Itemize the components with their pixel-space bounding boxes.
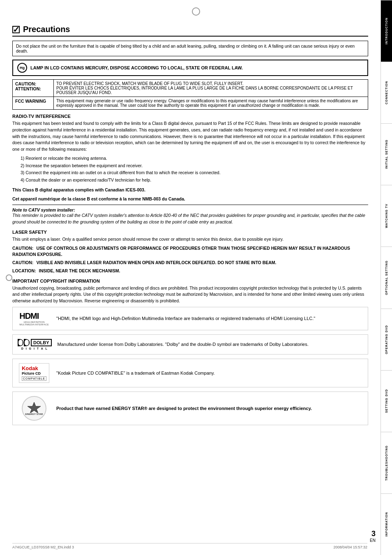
copyright-body: Unauthorized copying, broadcasting, publ… — [12, 285, 368, 304]
sidebar-section-troubleshooting[interactable]: TROUBLESHOOTING — [381, 432, 392, 493]
trademark-energystar-box: ENERGY STAR Product that have earned ENE… — [12, 391, 368, 425]
table-row: CAUTION: ATTENTION: TO PREVENT ELECTRIC … — [13, 80, 368, 97]
catv-body: This reminder is provided to call the CA… — [12, 212, 368, 226]
list-item-2: 2) Increase the separation between the e… — [12, 163, 368, 169]
copyright-heading: IMPORTANT COPYRIGHT INFORMATION — [12, 279, 368, 283]
laser-location: LOCATION: INSIDE, NEAR THE DECK MECHANIS… — [12, 268, 368, 274]
page-container: INTRODUCTION CONNECTION INITIAL SETTING … — [0, 0, 392, 555]
sidebar-section-watching-tv[interactable]: WATCHING TV — [381, 185, 392, 246]
list-item-1: 1) Reorient or relocate the receiving an… — [12, 155, 368, 162]
caution-label-1: CAUTION: ATTENTION: — [13, 80, 54, 97]
laser-caution1-text: USE OF CONTROLS OR ADJUSTMENTS OR PERFOR… — [12, 246, 350, 257]
page-footer: A74GCUE_LD370SS8 M2_EN.indd 3 2008/04/04… — [12, 543, 367, 549]
energystar-logo: ENERGY STAR — [18, 396, 51, 421]
dolby-box-label: DOLBY — [31, 339, 52, 346]
main-content: ✓ Precautions Do not place the unit on t… — [0, 0, 380, 555]
hdmi-logo: HDMI HIGH-DEFINITIONMULTIMEDIA INTERFACE — [18, 311, 51, 326]
laser-caution1: CAUTION: USE OF CONTROLS OR ADJUSTMENTS … — [12, 245, 368, 258]
title-text: Precautions — [23, 25, 70, 34]
laser-caution2: CAUTION: VISIBLE AND INVISIBLE LASER RAD… — [12, 260, 368, 266]
dolby-logo: DOLBY D I G I T A L — [18, 339, 52, 350]
svg-rect-2 — [24, 339, 25, 346]
laser-location-text: INSIDE, NEAR THE DECK MECHANISM. — [39, 268, 120, 273]
svg-marker-4 — [28, 402, 41, 413]
dolby-dd-icon — [18, 339, 23, 346]
caution-table: CAUTION: ATTENTION: TO PREVENT ELECTRIC … — [12, 79, 368, 110]
hdmi-tagline: HIGH-DEFINITIONMULTIMEDIA INTERFACE — [19, 321, 49, 326]
checkbox-icon: ✓ — [12, 26, 20, 33]
laser-caution2-text: VISIBLE AND INVISIBLE LASER RADIATION WH… — [36, 260, 276, 265]
energystar-circle: ENERGY STAR — [22, 396, 46, 421]
list-item-4: 4) Consult the dealer or an experienced … — [12, 177, 368, 184]
caution-text-1: TO PREVENT ELECTRIC SHOCK, MATCH WIDE BL… — [54, 80, 368, 97]
svg-rect-3 — [25, 340, 29, 345]
kodak-picturecd: Picture CD — [22, 371, 46, 375]
hdmi-logo-text: HDMI — [19, 311, 49, 321]
left-binding — [6, 274, 12, 281]
energystar-trademark-text: Product that have earned ENERGY STAR® ar… — [56, 405, 312, 412]
caution-label-2: FCC WARNING — [13, 97, 54, 110]
laser-body: This unit employs a laser. Only a qualif… — [12, 236, 368, 243]
class-b-line1: This Class B digital apparatus complies … — [12, 187, 368, 193]
kodak-trademark-text: "Kodak Picture CD COMPATIBLE" is a trade… — [56, 370, 215, 377]
mercury-hg-icon: Hg — [17, 63, 27, 73]
intro-warning-text: Do not place the unit on the furniture t… — [16, 44, 355, 53]
footer-right: 2008/04/04 15:57:32 — [333, 545, 367, 549]
dolby-dd-icon2 — [24, 339, 30, 346]
dolby-trademark-text: Manufactured under license from Dolby La… — [58, 341, 309, 348]
intro-warning-box: Do not place the unit on the furniture t… — [12, 41, 368, 56]
sidebar-section-information[interactable]: INFORMATION — [381, 493, 392, 555]
radio-tv-heading: RADIO-TV INTERFERENCE — [12, 114, 368, 119]
page-number: 3 — [371, 530, 376, 538]
caution-text-2: This equipment may generate or use radio… — [54, 97, 368, 110]
sidebar-section-setting-dvd[interactable]: SETTING DVD — [381, 370, 392, 432]
kodak-compatible: COMPATIBLE — [22, 376, 46, 381]
energystar-icon — [27, 401, 42, 413]
class-b-line2: Cet appareil numérique de la classe B es… — [12, 196, 368, 203]
mercury-warning-box: Hg LAMP IN LCD CONTAINS MERCURY, DISPOSE… — [12, 60, 368, 76]
table-row: FCC WARNING This equipment may generate … — [13, 97, 368, 110]
svg-rect-1 — [18, 340, 23, 345]
mercury-warning-text: LAMP IN LCD CONTAINS MERCURY, DISPOSE AC… — [30, 65, 243, 70]
page-title: ✓ Precautions — [12, 25, 368, 37]
list-item-3: 3) Connect the equipment into an outlet … — [12, 170, 368, 176]
laser-heading: LASER SAFETY — [12, 230, 368, 235]
trademark-kodak-box: Kodak Picture CD COMPATIBLE "Kodak Pictu… — [12, 359, 368, 387]
kodak-name: Kodak — [22, 365, 46, 371]
sidebar-section-initial-setting[interactable]: INITIAL SETTING — [381, 123, 392, 185]
laser-caution1-label: CAUTION: — [12, 246, 33, 251]
catv-heading: Note to CATV system installer: — [12, 207, 368, 212]
page-lang: EN — [370, 538, 376, 543]
footer-left: A74GCUE_LD370SS8 M2_EN.indd 3 — [12, 545, 74, 549]
energystar-text: ENERGY STAR — [25, 413, 43, 415]
right-sidebar: INTRODUCTION CONNECTION INITIAL SETTING … — [380, 0, 392, 555]
catv-section: Note to CATV system installer: This remi… — [12, 205, 368, 226]
sidebar-section-optional-setting[interactable]: OPTIONAL SETTING — [381, 246, 392, 308]
top-binding — [192, 7, 200, 16]
kodak-logo: Kodak Picture CD COMPATIBLE — [18, 363, 51, 383]
trademark-hdmi-box: HDMI HIGH-DEFINITIONMULTIMEDIA INTERFACE… — [12, 307, 368, 330]
page-number-container: 3 EN — [370, 530, 376, 543]
sidebar-section-connection[interactable]: CONNECTION — [381, 62, 392, 123]
sidebar-section-introduction[interactable]: INTRODUCTION — [381, 0, 392, 62]
radio-tv-body: This equipment has been tested and found… — [12, 120, 368, 153]
laser-caution2-label: CAUTION: — [12, 260, 33, 265]
laser-location-label: LOCATION: — [12, 268, 36, 273]
trademark-dolby-box: DOLBY D I G I T A L Manufactured under l… — [12, 334, 368, 355]
sidebar-section-operating-dvd[interactable]: OPERATING DVD — [381, 309, 392, 370]
hdmi-trademark-text: "HDMI, the HDMI logo and High-Definition… — [56, 315, 315, 322]
dolby-digital-label: D I G I T A L — [21, 347, 48, 350]
kodak-logo-box: Kodak Picture CD COMPATIBLE — [19, 363, 49, 383]
svg-rect-0 — [18, 339, 18, 346]
